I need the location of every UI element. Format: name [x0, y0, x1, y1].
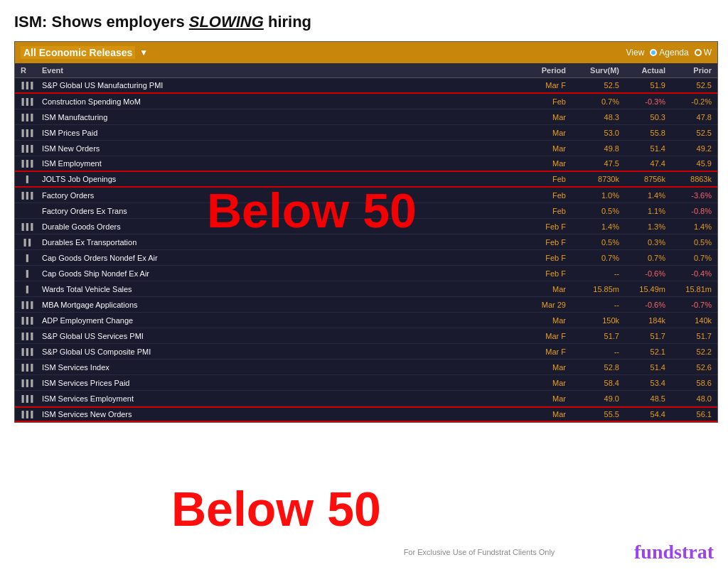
- row-actual: -0.3%: [622, 97, 668, 107]
- table-row: ▌ Cap Goods Ship Nondef Ex Air Feb F -- …: [15, 266, 717, 281]
- row-surv: --: [569, 300, 622, 310]
- row-event: ISM Services Index: [39, 362, 512, 372]
- row-event: Durables Ex Transportation: [39, 237, 512, 247]
- row-surv: 52.8: [569, 362, 622, 372]
- row-actual: 0.3%: [622, 237, 668, 247]
- row-period: Mar: [512, 112, 569, 122]
- table-row: ▌▌▌ ISM Manufacturing Mar 48.3 50.3 47.8: [15, 109, 717, 125]
- row-surv: 1.4%: [569, 222, 622, 232]
- row-surv: 51.7: [569, 331, 622, 341]
- row-event: Cap Goods Ship Nondef Ex Air: [39, 269, 512, 279]
- table-row: ▌▌▌ ISM New Orders Mar 49.8 51.4 49.2: [15, 141, 717, 156]
- row-period: Mar: [512, 394, 569, 404]
- headline-prefix: ISM: Shows employers: [14, 13, 189, 31]
- row-prior: -0.7%: [668, 300, 714, 310]
- row-icon: ▌▌▌: [18, 191, 39, 200]
- column-headers: R Event Period Surv(M) Actual Prior: [15, 63, 717, 78]
- row-prior: 0.7%: [668, 253, 714, 263]
- table-row: ▌▌▌ ISM Services Employment Mar 49.0 48.…: [15, 391, 717, 406]
- rows-container: ▌▌▌ S&P Global US Manufacturing PMI Mar …: [15, 78, 717, 422]
- col-period: Period: [512, 65, 569, 76]
- row-surv: 0.7%: [569, 97, 622, 107]
- row-period: Feb F: [512, 269, 569, 279]
- headline: ISM: Shows employers SLOWING hiring: [14, 13, 714, 31]
- row-surv: 1.0%: [569, 190, 622, 200]
- row-icon: [18, 210, 39, 212]
- row-period: Mar: [512, 315, 569, 325]
- row-prior: 140k: [668, 315, 714, 325]
- row-event: Durable Goods Orders: [39, 222, 512, 232]
- table-row: Factory Orders Ex Trans Feb 0.5% 1.1% -0…: [15, 203, 717, 219]
- row-prior: 15.81m: [668, 284, 714, 294]
- row-surv: 15.85m: [569, 284, 622, 294]
- table-row: ▌▌▌ ISM Employment Mar 47.5 47.4 45.9: [15, 156, 717, 172]
- table-row: ▌▌▌ ADP Employment Change Mar 150k 184k …: [15, 313, 717, 328]
- row-icon: ▌▌▌: [18, 222, 39, 231]
- row-surv: 58.4: [569, 378, 622, 388]
- row-actual: 1.3%: [622, 222, 668, 232]
- row-actual: 1.4%: [622, 190, 668, 200]
- row-actual: 1.1%: [622, 206, 668, 216]
- row-icon: ▌▌: [18, 238, 39, 247]
- row-prior: 52.2: [668, 347, 714, 357]
- row-period: Mar: [512, 144, 569, 153]
- row-prior: 8863k: [668, 174, 714, 184]
- row-event: S&P Global US Services PMI: [39, 331, 512, 341]
- row-prior: 52.5: [668, 128, 714, 138]
- row-surv: 52.5: [569, 80, 622, 90]
- row-icon: ▌: [18, 254, 39, 262]
- row-event: Construction Spending MoM: [39, 97, 512, 107]
- row-event: S&P Global US Composite PMI: [39, 347, 512, 357]
- row-period: Feb F: [512, 222, 569, 232]
- row-prior: -0.4%: [668, 269, 714, 279]
- row-icon: ▌▌▌: [18, 129, 39, 137]
- col-actual: Actual: [622, 65, 668, 76]
- row-event: ISM Services Prices Paid: [39, 378, 512, 388]
- row-event: JOLTS Job Openings: [39, 174, 512, 184]
- agenda-radio-dot: [650, 49, 657, 56]
- row-icon: ▌: [18, 175, 39, 183]
- col-event: Event: [39, 65, 512, 76]
- table-row: ▌ Cap Goods Orders Nondef Ex Air Feb F 0…: [15, 250, 717, 266]
- row-actual: 184k: [622, 315, 668, 325]
- toolbar-left: All Economic Releases ▼: [21, 46, 148, 59]
- col-surv: Surv(M): [569, 65, 622, 76]
- row-icon: ▌: [18, 269, 39, 278]
- table-row: ▌▌▌ S&P Global US Composite PMI Mar F --…: [15, 344, 717, 360]
- row-icon: ▌▌▌: [18, 113, 39, 122]
- row-actual: 51.4: [622, 362, 668, 372]
- headline-suffix: hiring: [264, 13, 311, 31]
- row-surv: 0.5%: [569, 237, 622, 247]
- row-surv: 49.8: [569, 144, 622, 153]
- row-surv: 47.5: [569, 158, 622, 168]
- row-actual: 54.4: [622, 409, 668, 419]
- row-icon: ▌: [18, 285, 39, 293]
- view-label: View: [626, 48, 645, 58]
- row-event: ISM Services Employment: [39, 394, 512, 404]
- row-period: Mar F: [512, 80, 569, 90]
- table-row: ▌▌▌ Construction Spending MoM Feb 0.7% -…: [15, 94, 717, 109]
- row-period: Mar F: [512, 347, 569, 357]
- row-surv: 49.0: [569, 394, 622, 404]
- table-row: ▌▌▌ Factory Orders Feb 1.0% 1.4% -3.6%: [15, 188, 717, 203]
- releases-dropdown[interactable]: All Economic Releases: [21, 46, 135, 59]
- row-icon: ▌▌▌: [18, 144, 39, 153]
- row-icon: ▌▌▌: [18, 332, 39, 340]
- row-period: Mar: [512, 284, 569, 294]
- row-icon: ▌▌▌: [18, 81, 39, 90]
- row-period: Mar: [512, 409, 569, 419]
- row-icon: ▌▌▌: [18, 159, 39, 168]
- row-surv: 150k: [569, 315, 622, 325]
- logo-text: fundstrat: [634, 541, 714, 563]
- footer: For Exclusive Use of Fundstrat Clients O…: [0, 541, 728, 563]
- row-period: Mar 29: [512, 300, 569, 310]
- table-row: ▌▌▌ ISM Prices Paid Mar 53.0 55.8 52.5: [15, 125, 717, 141]
- dropdown-arrow[interactable]: ▼: [139, 48, 148, 58]
- w-radio[interactable]: W: [695, 48, 712, 58]
- table-row: ▌▌▌ S&P Global US Services PMI Mar F 51.…: [15, 328, 717, 344]
- row-icon: ▌▌▌: [18, 379, 39, 387]
- row-actual: 47.4: [622, 158, 668, 168]
- agenda-radio[interactable]: Agenda: [650, 48, 688, 58]
- row-event: Wards Total Vehicle Sales: [39, 284, 512, 294]
- row-actual: 51.7: [622, 331, 668, 341]
